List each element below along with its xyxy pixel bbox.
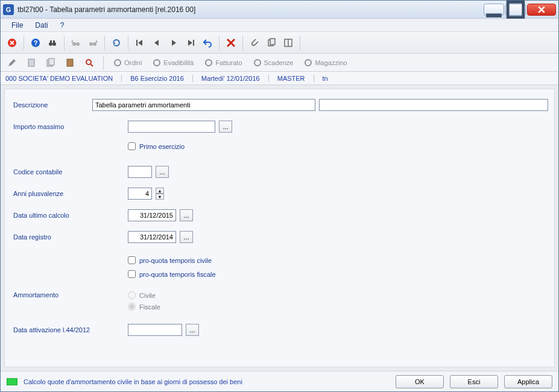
ammortamento-fiscale-label: Fiscale	[139, 303, 160, 311]
link-ordini[interactable]: Ordini	[110, 58, 145, 67]
book-icon[interactable]	[62, 55, 78, 71]
svg-rect-22	[270, 39, 275, 45]
data-registro-lookup-button[interactable]: ...	[180, 231, 193, 243]
minimize-button[interactable]	[484, 4, 504, 16]
link-magazzino[interactable]: Magazzino	[300, 58, 350, 67]
info-extra: tn	[323, 75, 328, 82]
app-icon: G	[3, 4, 14, 15]
primo-esercizio-checkbox[interactable]: Primo esercizio	[128, 142, 185, 150]
ammortamento-civile-input[interactable]	[128, 291, 136, 299]
anni-plusvalenze-label: Anni plusvalenze	[13, 190, 128, 197]
importo-massimo-lookup-button[interactable]: ...	[219, 121, 232, 133]
nav-first-icon[interactable]	[132, 35, 148, 51]
ammortamento-civile-label: Civile	[139, 292, 156, 299]
link-scadenze[interactable]: Scadenze	[250, 58, 297, 67]
cancel-icon[interactable]	[4, 35, 20, 51]
descrizione2-field[interactable]	[319, 99, 548, 111]
anni-plusvalenze-field[interactable]	[128, 188, 152, 200]
codice-contabile-lookup-button[interactable]: ...	[156, 166, 169, 178]
ammortamento-fiscale-input[interactable]	[128, 303, 136, 311]
binoculars-left-icon[interactable]	[68, 35, 84, 51]
window-title: tbl27t00 - Tabella parametri ammortament…	[17, 5, 484, 14]
data-attivazione-field[interactable]	[128, 324, 182, 336]
ammortamento-label: Ammortamento	[13, 291, 128, 299]
svg-rect-27	[49, 58, 54, 65]
layout-icon[interactable]	[280, 35, 296, 51]
svg-point-35	[305, 60, 311, 66]
spinner-up-icon[interactable]: ▲	[156, 188, 164, 194]
help-icon[interactable]: ?	[28, 35, 43, 51]
ok-button[interactable]: OK	[396, 375, 444, 388]
pq-civile-checkbox[interactable]: pro-quota temporis civile	[128, 256, 212, 264]
applica-button[interactable]: Applica	[504, 375, 552, 388]
nav-last-icon[interactable]	[183, 35, 198, 51]
data-ultimo-calcolo-label: Data ultimo calcolo	[13, 212, 128, 219]
svg-rect-12	[53, 40, 55, 43]
refresh-icon[interactable]	[109, 35, 124, 51]
info-user: MASTER	[277, 75, 305, 82]
form-panel: Descrizione Importo massimo ... Primo es…	[4, 89, 555, 367]
svg-rect-17	[136, 40, 137, 46]
window-buttons	[484, 4, 556, 16]
binoculars-icon[interactable]	[45, 35, 60, 51]
svg-point-32	[154, 60, 160, 66]
delete-icon[interactable]	[223, 35, 239, 51]
menu-help[interactable]: ?	[54, 20, 71, 31]
importo-massimo-label: Importo massimo	[13, 123, 128, 130]
link-evadibilita[interactable]: Evadibilità	[149, 58, 197, 67]
binoculars-right-icon[interactable]	[85, 35, 101, 51]
pq-fiscale-input[interactable]	[128, 270, 136, 278]
edit-pencil-icon[interactable]	[4, 55, 20, 71]
pq-fiscale-label: pro-quota temporis fiscale	[139, 271, 216, 278]
primo-esercizio-input[interactable]	[128, 142, 136, 150]
close-window-button[interactable]	[527, 4, 556, 16]
menu-file[interactable]: File	[5, 20, 29, 31]
svg-point-33	[206, 60, 212, 66]
undo-icon[interactable]	[200, 35, 215, 51]
copy-icon[interactable]	[264, 35, 279, 51]
link-evadibilita-label: Evadibilità	[163, 59, 194, 66]
svg-line-30	[90, 64, 93, 66]
svg-rect-25	[28, 59, 34, 66]
infobar: 000 SOCIETA' DEMO EVALUATION B6 Esercizi…	[1, 72, 558, 85]
codice-contabile-field[interactable]	[128, 166, 152, 178]
esci-button[interactable]: Esci	[450, 375, 498, 388]
titlebar: G tbl27t00 - Tabella parametri ammortame…	[1, 1, 558, 19]
ammortamento-fiscale-radio[interactable]: Fiscale	[128, 303, 160, 311]
data-ultimo-calcolo-field[interactable]	[128, 209, 176, 221]
spinner-down-icon[interactable]: ▼	[156, 194, 164, 200]
maximize-button[interactable]	[505, 4, 526, 16]
link-fatturato[interactable]: Fatturato	[201, 58, 245, 67]
zoom-icon[interactable]	[81, 55, 97, 71]
ammortamento-civile-radio[interactable]: Civile	[128, 291, 160, 299]
svg-point-15	[89, 42, 93, 46]
attach-icon[interactable]	[247, 35, 262, 51]
link-ordini-label: Ordini	[124, 59, 142, 66]
sheet2-icon[interactable]	[43, 55, 58, 71]
sheet1-icon[interactable]	[24, 55, 39, 71]
link-scadenze-label: Scadenze	[264, 59, 294, 66]
primo-esercizio-label: Primo esercizio	[139, 143, 185, 150]
svg-rect-11	[50, 40, 52, 43]
svg-point-34	[254, 60, 261, 66]
descrizione-field[interactable]	[92, 99, 315, 111]
anni-plusvalenze-spinner: ▲ ▼	[156, 188, 164, 200]
data-registro-field[interactable]	[128, 231, 176, 243]
importo-massimo-field[interactable]	[128, 121, 215, 133]
link-magazzino-label: Magazzino	[315, 59, 347, 66]
nav-prev-icon[interactable]	[149, 35, 165, 51]
link-fatturato-label: Fatturato	[215, 59, 242, 66]
data-attivazione-lookup-button[interactable]: ...	[186, 324, 199, 336]
pq-fiscale-checkbox[interactable]: pro-quota temporis fiscale	[128, 270, 216, 278]
info-societa: 000 SOCIETA' DEMO EVALUATION	[5, 75, 113, 82]
info-esercizio: B6 Esercizio 2016	[130, 75, 184, 82]
toolbar-secondary: Ordini Evadibilità Fatturato Scadenze Ma…	[1, 54, 558, 72]
menu-dati[interactable]: Dati	[29, 20, 54, 31]
statusbar: Calcolo quote d'ammortamento civile in b…	[1, 371, 558, 391]
codice-contabile-label: Codice contabile	[13, 168, 128, 175]
pq-civile-input[interactable]	[128, 256, 136, 264]
data-registro-label: Data registro	[13, 233, 128, 241]
svg-text:?: ?	[34, 39, 38, 46]
data-ultimo-calcolo-lookup-button[interactable]: ...	[180, 209, 193, 221]
nav-next-icon[interactable]	[166, 35, 182, 51]
